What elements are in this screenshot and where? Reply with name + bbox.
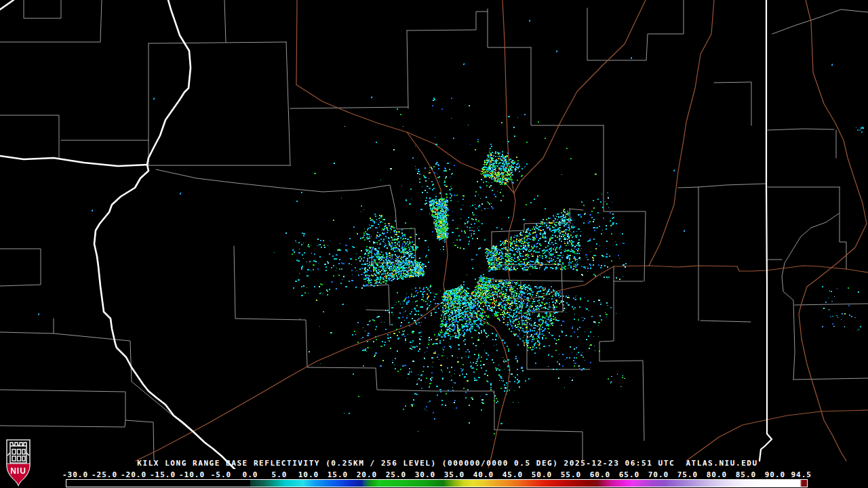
colorbar-tick-label: 10.0	[298, 470, 319, 479]
colorbar-tick-label: 30.0	[415, 470, 436, 479]
colorbar-tick-label: 94.5	[791, 470, 812, 479]
colorbar-tick-label: 65.0	[619, 470, 640, 479]
colorbar-tick-label: -5.0	[211, 470, 232, 479]
reflectivity-echoes	[0, 0, 868, 458]
radar-viewer: KILX LONG RANGE BASE REFLECTIVITY (0.25K…	[0, 0, 868, 488]
colorbar-tick-label: 5.0	[272, 470, 288, 479]
colorbar-tick-label: 80.0	[707, 470, 728, 479]
colorbar-strip: -30.0-25.0-20.0-15.0-10.0-5.00.05.010.01…	[0, 469, 868, 488]
colorbar-tick-label: 70.0	[648, 470, 669, 479]
colorbar	[66, 479, 808, 487]
colorbar-tick-label: 50.0	[532, 470, 553, 479]
colorbar-tick-label: 25.0	[386, 470, 407, 479]
colorbar-tick-label: 15.0	[328, 470, 349, 479]
colorbar-tick-label: 90.0	[765, 470, 786, 479]
colorbar-tick-label: -25.0	[92, 470, 117, 479]
colorbar-tick-label: -15.0	[150, 470, 176, 479]
colorbar-tick-label: 85.0	[736, 470, 757, 479]
colorbar-tick-label: -30.0	[62, 470, 88, 479]
colorbar-tick-label: -10.0	[179, 470, 205, 479]
colorbar-tick-label: 0.0	[243, 470, 258, 479]
colorbar-tick-label: 55.0	[561, 470, 582, 479]
niu-logo: NIU	[0, 436, 38, 488]
colorbar-tick-label: 35.0	[444, 470, 465, 479]
colorbar-gradient	[66, 480, 807, 487]
colorbar-tick-label: -20.0	[121, 470, 146, 479]
product-caption: KILX LONG RANGE BASE REFLECTIVITY (0.25K…	[0, 459, 868, 468]
colorbar-tick-label: 75.0	[677, 470, 698, 479]
colorbar-tick-label: 45.0	[502, 470, 524, 479]
colorbar-tick-label: 20.0	[357, 470, 378, 479]
niu-logo-text: NIU	[10, 466, 26, 476]
colorbar-tick-label: 60.0	[590, 470, 611, 479]
colorbar-tick-label: 40.0	[473, 470, 494, 479]
